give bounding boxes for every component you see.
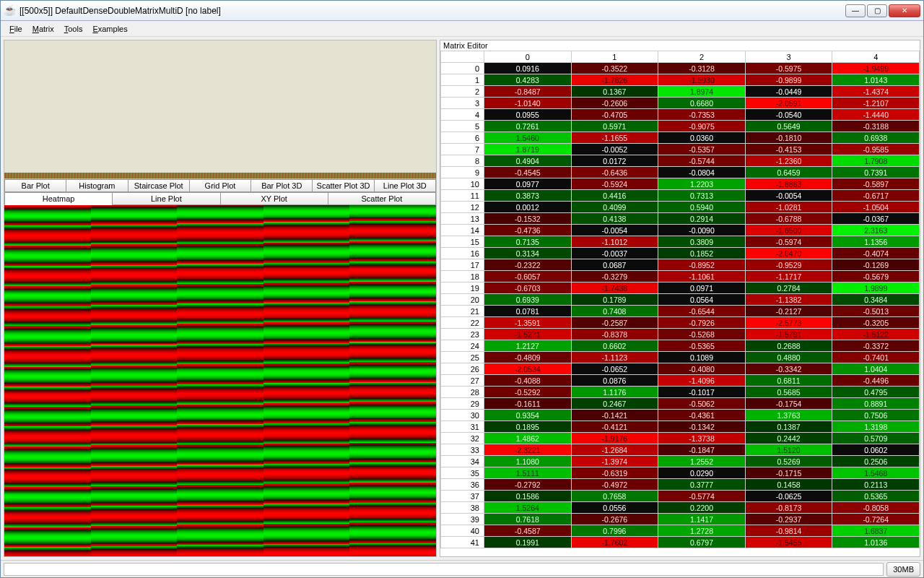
matrix-cell[interactable]: -0.6057 xyxy=(484,271,572,282)
row-header[interactable]: 10 xyxy=(441,178,484,190)
matrix-cell[interactable]: -0.1810 xyxy=(745,132,832,144)
matrix-cell[interactable]: 2.3163 xyxy=(832,225,920,236)
tab-scatter-plot[interactable]: Scatter Plot xyxy=(328,192,436,205)
matrix-cell[interactable]: -1.7438 xyxy=(571,282,658,294)
matrix-cell[interactable]: 0.0955 xyxy=(484,109,572,121)
matrix-cell[interactable]: -0.9529 xyxy=(745,259,832,271)
matrix-cell[interactable]: -0.5268 xyxy=(658,329,746,340)
matrix-cell[interactable]: -0.6703 xyxy=(484,282,572,294)
matrix-table-scroll[interactable]: 0123400.0916-0.3522-0.3128-0.5975-1.9499… xyxy=(440,51,920,556)
matrix-cell[interactable]: -0.5774 xyxy=(658,491,746,502)
row-header[interactable]: 3 xyxy=(441,98,484,109)
matrix-cell[interactable]: 0.3873 xyxy=(484,190,572,202)
matrix-cell[interactable]: -0.6544 xyxy=(658,306,746,317)
tab-xy-plot[interactable]: XY Plot xyxy=(220,192,328,205)
menu-examples[interactable]: Examples xyxy=(88,23,131,35)
matrix-cell[interactable]: 0.4416 xyxy=(571,190,658,202)
matrix-cell[interactable]: -1.7626 xyxy=(571,74,658,86)
menu-matrix[interactable]: Matrix xyxy=(28,23,58,35)
matrix-cell[interactable]: -1.7602 xyxy=(571,537,658,548)
matrix-cell[interactable]: -0.4080 xyxy=(658,363,746,375)
matrix-cell[interactable]: 0.7408 xyxy=(571,306,658,317)
col-header[interactable]: 4 xyxy=(832,51,920,63)
row-header[interactable]: 23 xyxy=(441,329,484,340)
matrix-cell[interactable]: 0.4904 xyxy=(484,155,572,167)
matrix-cell[interactable]: -0.5062 xyxy=(658,398,746,410)
row-header[interactable]: 21 xyxy=(441,306,484,317)
matrix-cell[interactable]: -0.0652 xyxy=(571,363,658,375)
matrix-cell[interactable]: -0.4587 xyxy=(484,525,572,537)
matrix-cell[interactable]: 0.8891 xyxy=(832,398,920,410)
matrix-cell[interactable]: -0.4088 xyxy=(484,375,572,387)
matrix-cell[interactable]: 1.8974 xyxy=(658,86,746,98)
matrix-cell[interactable]: -1.4096 xyxy=(658,375,746,387)
matrix-cell[interactable]: -1.4374 xyxy=(832,86,920,98)
matrix-cell[interactable]: -0.3372 xyxy=(832,340,920,352)
matrix-cell[interactable]: 0.0916 xyxy=(484,63,572,74)
matrix-cell[interactable]: -0.5744 xyxy=(658,155,746,167)
tab-bar-plot[interactable]: Bar Plot xyxy=(4,179,66,192)
matrix-cell[interactable]: 0.0876 xyxy=(571,375,658,387)
matrix-cell[interactable]: -0.1847 xyxy=(658,444,746,456)
matrix-cell[interactable]: 0.7618 xyxy=(484,514,572,525)
matrix-cell[interactable]: 1.5111 xyxy=(484,467,572,479)
matrix-cell[interactable]: -0.9075 xyxy=(658,121,746,132)
matrix-cell[interactable]: -0.0037 xyxy=(571,248,658,259)
tab-scatter-plot-3d[interactable]: Scatter Plot 3D xyxy=(312,179,373,192)
matrix-cell[interactable]: 0.6939 xyxy=(484,294,572,306)
matrix-cell[interactable]: -1.3591 xyxy=(484,317,572,329)
matrix-cell[interactable]: -1.1123 xyxy=(571,352,658,363)
matrix-cell[interactable]: -0.2127 xyxy=(745,306,832,317)
overview-plot[interactable] xyxy=(4,40,436,179)
matrix-cell[interactable]: 1.2127 xyxy=(484,340,572,352)
matrix-cell[interactable]: 0.1991 xyxy=(484,537,572,548)
row-header[interactable]: 35 xyxy=(441,467,484,479)
matrix-cell[interactable]: -0.1754 xyxy=(745,398,832,410)
matrix-cell[interactable]: 0.0360 xyxy=(658,132,746,144)
tab-line-plot-3d[interactable]: Line Plot 3D xyxy=(374,179,436,192)
matrix-cell[interactable]: -0.2587 xyxy=(571,317,658,329)
matrix-cell[interactable]: 1.1356 xyxy=(832,236,920,248)
tab-bar-plot-3d[interactable]: Bar Plot 3D xyxy=(250,179,312,192)
col-header[interactable]: 3 xyxy=(745,51,832,63)
matrix-cell[interactable]: 0.0556 xyxy=(571,502,658,514)
matrix-cell[interactable]: -0.1715 xyxy=(745,467,832,479)
matrix-cell[interactable]: -2.0470 xyxy=(745,248,832,259)
matrix-cell[interactable]: -0.6319 xyxy=(571,467,658,479)
row-header[interactable]: 14 xyxy=(441,225,484,236)
matrix-cell[interactable]: -1.1655 xyxy=(571,132,658,144)
matrix-cell[interactable]: -0.1017 xyxy=(658,387,746,398)
matrix-cell[interactable]: -0.4153 xyxy=(745,144,832,155)
matrix-cell[interactable]: 0.3484 xyxy=(832,294,920,306)
row-header[interactable]: 0 xyxy=(441,63,484,74)
matrix-cell[interactable]: 0.5269 xyxy=(745,456,832,467)
matrix-cell[interactable]: 0.7506 xyxy=(832,410,920,421)
matrix-cell[interactable]: -0.2322 xyxy=(484,259,572,271)
matrix-cell[interactable]: 0.2506 xyxy=(832,456,920,467)
matrix-cell[interactable]: 0.1586 xyxy=(484,491,572,502)
minimize-button[interactable]: — xyxy=(845,4,866,17)
matrix-cell[interactable]: -1.5122 xyxy=(832,329,920,340)
matrix-cell[interactable]: -0.3205 xyxy=(832,317,920,329)
row-header[interactable]: 39 xyxy=(441,514,484,525)
matrix-cell[interactable]: 0.7391 xyxy=(832,167,920,178)
matrix-cell[interactable]: 0.2467 xyxy=(571,398,658,410)
matrix-cell[interactable]: -0.2676 xyxy=(571,514,658,525)
matrix-cell[interactable]: -2.0591 xyxy=(745,98,832,109)
tab-heatmap[interactable]: Heatmap xyxy=(4,192,112,205)
row-header[interactable]: 19 xyxy=(441,282,484,294)
matrix-cell[interactable]: 0.1387 xyxy=(745,421,832,433)
matrix-cell[interactable]: -0.5013 xyxy=(832,306,920,317)
row-header[interactable]: 26 xyxy=(441,363,484,375)
matrix-cell[interactable]: -0.2937 xyxy=(745,514,832,525)
matrix-cell[interactable]: -0.4361 xyxy=(658,410,746,421)
row-header[interactable]: 20 xyxy=(441,294,484,306)
matrix-cell[interactable]: 0.1789 xyxy=(571,294,658,306)
matrix-cell[interactable]: 0.7261 xyxy=(484,121,572,132)
matrix-cell[interactable]: -0.2606 xyxy=(571,98,658,109)
matrix-cell[interactable]: 0.5971 xyxy=(571,121,658,132)
matrix-cell[interactable]: -1.0140 xyxy=(484,98,572,109)
row-header[interactable]: 34 xyxy=(441,456,484,467)
matrix-cell[interactable]: -0.0804 xyxy=(658,167,746,178)
row-header[interactable]: 7 xyxy=(441,144,484,155)
